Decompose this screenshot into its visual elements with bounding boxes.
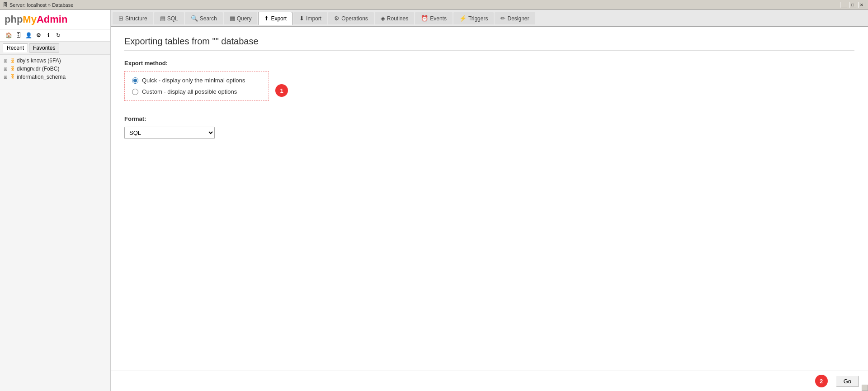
tab-sql[interactable]: ▤ SQL — [154, 12, 184, 24]
format-label: Format: — [124, 115, 854, 122]
logo-my: My — [23, 14, 37, 25]
expand-icon: ⊞ — [3, 58, 8, 63]
tab-bar: ⊞ Structure ▤ SQL 🔍 Search ▦ Query ⬆ Exp… — [111, 10, 868, 27]
tab-operations[interactable]: ⚙ Operations — [328, 12, 374, 24]
breadcrumb: 🗄 Server: localhost » Database — [3, 2, 73, 8]
maximize-button[interactable]: □ — [849, 2, 856, 8]
tab-search[interactable]: 🔍 Search — [185, 12, 223, 24]
operations-icon: ⚙ — [334, 15, 340, 22]
export-method-label: Export method: — [124, 60, 854, 67]
refresh-icon[interactable]: ↻ — [54, 31, 62, 39]
search-icon: 🔍 — [191, 15, 198, 22]
query-icon: ▦ — [230, 15, 235, 22]
db-icon: 🗄 — [10, 58, 15, 63]
list-item[interactable]: ⊞ 🗄 dkmgrv.dr (FoBC) — [0, 65, 110, 73]
logo: phpMyAdmin — [0, 10, 110, 29]
tab-export[interactable]: ⬆ Export — [258, 12, 292, 25]
window-icon: 🗄 — [3, 2, 8, 8]
sidebar-tab-favorites[interactable]: Favorites — [29, 43, 59, 52]
structure-icon: ⊞ — [118, 15, 123, 22]
tab-triggers[interactable]: ⚡ Triggers — [453, 12, 494, 24]
format-section: Format: SQL CSV JSON XML ODS Excel — [124, 115, 854, 139]
tab-query[interactable]: ▦ Query — [224, 12, 258, 24]
tab-events[interactable]: ⏰ Events — [415, 12, 453, 24]
db-icon: 🗄 — [10, 74, 15, 80]
annotation-2: 2 — [815, 375, 828, 387]
sidebar-tabs: Recent Favorites — [0, 42, 110, 55]
custom-option: Custom - display all possible options — [132, 88, 261, 95]
resize-handle — [862, 385, 868, 391]
tab-structure[interactable]: ⊞ Structure — [113, 12, 153, 24]
triggers-icon: ⚡ — [459, 15, 467, 22]
db-icon: 🗄 — [10, 66, 15, 72]
events-icon: ⏰ — [421, 15, 428, 22]
minimize-button[interactable]: _ — [840, 2, 847, 8]
tab-import[interactable]: ⬇ Import — [293, 12, 327, 24]
settings-icon[interactable]: ⚙ — [34, 31, 42, 39]
expand-icon: ⊞ — [3, 74, 8, 80]
custom-label[interactable]: Custom - display all possible options — [142, 88, 237, 95]
quick-radio[interactable] — [132, 77, 138, 84]
sidebar-tab-recent[interactable]: Recent — [3, 43, 28, 52]
info-icon[interactable]: ℹ — [44, 31, 52, 39]
list-item[interactable]: ⊞ 🗄 dby's knows (6FA) — [0, 57, 110, 65]
close-button[interactable]: ✕ — [858, 2, 865, 8]
import-icon: ⬇ — [299, 15, 304, 22]
window-controls: _ □ ✕ — [840, 2, 865, 8]
expand-icon: ⊞ — [3, 66, 8, 72]
designer-icon: ✏ — [500, 15, 505, 22]
annotation-1: 1 — [275, 84, 288, 97]
page-title: Exporting tables from "" database — [124, 36, 854, 51]
sidebar-tree: ⊞ 🗄 dby's knows (6FA) ⊞ 🗄 dkmgrv.dr (FoB… — [0, 55, 110, 391]
tab-designer[interactable]: ✏ Designer — [495, 12, 535, 24]
page-content: Exporting tables from "" database Export… — [111, 27, 868, 371]
logo-php: php — [5, 14, 23, 25]
export-method-box: Quick - display only the minimal options… — [124, 71, 269, 101]
sql-icon: ▤ — [160, 15, 165, 22]
main-layout: phpMyAdmin 🏠 🗄 👤 ⚙ ℹ ↻ Recent Favorites … — [0, 10, 868, 391]
routines-icon: ◈ — [381, 15, 385, 22]
list-item[interactable]: ⊞ 🗄 information_schema — [0, 73, 110, 81]
home-icon[interactable]: 🏠 — [5, 31, 13, 39]
quick-label[interactable]: Quick - display only the minimal options — [142, 77, 245, 84]
window-titlebar: 🗄 Server: localhost » Database _ □ ✕ — [0, 0, 868, 10]
custom-radio[interactable] — [132, 89, 138, 95]
quick-option: Quick - display only the minimal options — [132, 77, 261, 84]
tab-routines[interactable]: ◈ Routines — [375, 12, 414, 24]
logo-admin: Admin — [37, 14, 67, 25]
export-icon: ⬆ — [264, 15, 269, 22]
bottom-bar: 2 Go — [111, 371, 868, 391]
database-icon[interactable]: 🗄 — [14, 31, 23, 39]
content-area: ⊞ Structure ▤ SQL 🔍 Search ▦ Query ⬆ Exp… — [111, 10, 868, 391]
format-select[interactable]: SQL CSV JSON XML ODS Excel — [124, 127, 215, 139]
go-button[interactable]: Go — [836, 376, 859, 387]
sidebar: phpMyAdmin 🏠 🗄 👤 ⚙ ℹ ↻ Recent Favorites … — [0, 10, 111, 391]
sidebar-icons-bar: 🏠 🗄 👤 ⚙ ℹ ↻ — [0, 29, 110, 42]
user-icon[interactable]: 👤 — [24, 31, 33, 39]
